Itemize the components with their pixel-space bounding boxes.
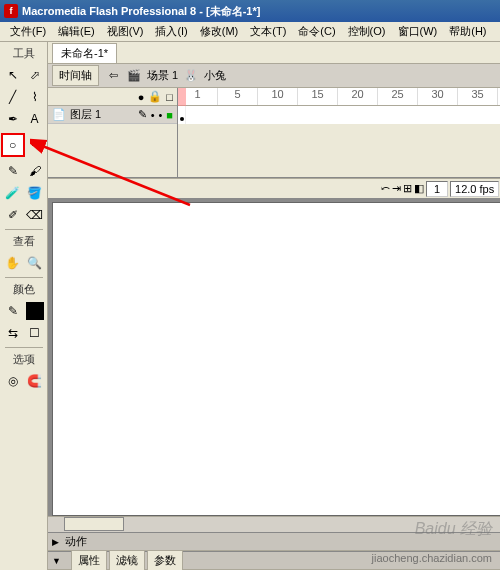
ink-tool-icon[interactable]: 🧪	[3, 183, 23, 203]
stroke-color-icon[interactable]: ✎	[3, 301, 23, 321]
lock-column-icon[interactable]: 🔒	[148, 90, 162, 103]
ruler-tick: 10	[258, 88, 298, 105]
back-arrow-icon[interactable]: ⇦	[105, 68, 121, 84]
timeline-status-bar: ⤺ ⇥ ⊞ ◧ 1 12.0 fps 0.0s	[48, 178, 500, 198]
scene-label[interactable]: 场景 1	[147, 68, 178, 83]
line-tool-icon[interactable]: ╱	[3, 87, 23, 107]
menu-control[interactable]: 控制(O)	[342, 22, 392, 41]
status-btn-icon[interactable]: ⤺	[381, 182, 390, 195]
ruler-tick: 35	[458, 88, 498, 105]
keyframe[interactable]	[178, 106, 186, 124]
properties-panel: ▼ 属性 滤镜 参数	[48, 551, 500, 570]
fps-display: 12.0 fps	[450, 181, 499, 197]
brush-tool-icon[interactable]: 🖌	[25, 161, 45, 181]
flash-app-icon: f	[4, 4, 18, 18]
pencil-tool-icon[interactable]: ✎	[3, 161, 23, 181]
ruler-tick: 15	[298, 88, 338, 105]
layer-icon: 📄	[52, 108, 66, 121]
rect-tool-icon[interactable]: ▭	[27, 133, 47, 153]
current-frame: 1	[426, 181, 448, 197]
filters-tab[interactable]: 滤镜	[109, 550, 145, 570]
menu-modify[interactable]: 修改(M)	[194, 22, 245, 41]
tools-panel: 工具 ↖ ⬀ ╱ ⌇ ✒ A ○ ▭ ✎ 🖌 🧪 🪣 ✐ ⌫ 查看 ✋ 🔍 颜色	[0, 42, 48, 570]
timeline-panel: ● 🔒 □ 📄 图层 1 ✎ • • ■ 1 5	[48, 88, 500, 178]
menu-insert[interactable]: 插入(I)	[149, 22, 193, 41]
scrollbar-thumb[interactable]	[64, 517, 124, 531]
symbol-label[interactable]: 小兔	[204, 68, 226, 83]
layer-name[interactable]: 图层 1	[70, 107, 101, 122]
timeline-toggle-button[interactable]: 时间轴	[52, 65, 99, 86]
menu-help[interactable]: 帮助(H)	[443, 22, 492, 41]
fill-color-icon[interactable]: ■	[25, 301, 45, 321]
expand-triangle-icon[interactable]: ▼	[52, 556, 61, 566]
paint-tool-icon[interactable]: 🪣	[25, 183, 45, 203]
snap-option-icon[interactable]: ◎	[3, 371, 23, 391]
frame-area[interactable]: 1 5 10 15 20 25 30 35 40	[178, 88, 500, 177]
color-label: 颜色	[13, 280, 35, 299]
layer-row[interactable]: 📄 图层 1 ✎ • • ■	[48, 106, 177, 124]
view-label: 查看	[13, 232, 35, 251]
options-label: 选项	[13, 350, 35, 369]
menu-bar: 文件(F) 编辑(E) 视图(V) 插入(I) 修改(M) 文本(T) 命令(C…	[0, 22, 500, 42]
menu-window[interactable]: 窗口(W)	[392, 22, 444, 41]
eyedrop-tool-icon[interactable]: ✐	[3, 205, 23, 225]
ruler-tick: 30	[418, 88, 458, 105]
subselect-tool-icon[interactable]: ⬀	[25, 65, 45, 85]
scene-icon: 🎬	[127, 69, 141, 82]
collapse-triangle-icon[interactable]: ▶	[52, 537, 59, 547]
no-color-icon[interactable]: ☐	[25, 323, 45, 343]
menu-file[interactable]: 文件(F)	[4, 22, 52, 41]
menu-edit[interactable]: 编辑(E)	[52, 22, 101, 41]
params-tab[interactable]: 参数	[147, 550, 183, 570]
tools-label: 工具	[13, 44, 35, 63]
magnet-option-icon[interactable]: 🧲	[25, 371, 45, 391]
outline-column-icon[interactable]: □	[166, 91, 173, 103]
layer-panel: ● 🔒 □ 📄 图层 1 ✎ • • ■	[48, 88, 178, 177]
menu-view[interactable]: 视图(V)	[101, 22, 150, 41]
frame-ruler: 1 5 10 15 20 25 30 35 40	[178, 88, 500, 106]
layer-color-swatch[interactable]: ■	[166, 109, 173, 121]
status-btn-icon[interactable]: ◧	[414, 182, 424, 195]
stage-area: +	[48, 198, 500, 516]
eye-column-icon[interactable]: ●	[138, 91, 145, 103]
window-title: Macromedia Flash Professional 8 - [未命名-1…	[22, 4, 260, 19]
swap-color-icon[interactable]: ⇆	[3, 323, 23, 343]
menu-commands[interactable]: 命令(C)	[292, 22, 341, 41]
menu-text[interactable]: 文本(T)	[244, 22, 292, 41]
status-btn-icon[interactable]: ⇥	[392, 182, 401, 195]
stage-canvas[interactable]: +	[52, 202, 500, 516]
pen-tool-icon[interactable]: ✒	[3, 109, 23, 129]
document-tab-bar: 未命名-1*	[48, 42, 500, 64]
frame-row[interactable]	[178, 106, 500, 124]
status-btn-icon[interactable]: ⊞	[403, 182, 412, 195]
oval-tool-icon[interactable]: ○	[1, 133, 25, 157]
text-tool-icon[interactable]: A	[25, 109, 45, 129]
scene-bar: 时间轴 ⇦ 🎬 场景 1 🐰 小兔	[48, 64, 500, 88]
document-tab[interactable]: 未命名-1*	[52, 43, 117, 63]
lasso-tool-icon[interactable]: ⌇	[25, 87, 45, 107]
horizontal-scrollbar[interactable]	[48, 516, 500, 532]
playhead[interactable]	[178, 88, 186, 106]
properties-tab[interactable]: 属性	[71, 550, 107, 570]
actions-panel-label[interactable]: 动作	[65, 534, 87, 549]
symbol-icon: 🐰	[184, 69, 198, 82]
layer-lock-dot[interactable]: •	[158, 109, 162, 121]
layer-pencil-icon: ✎	[138, 108, 147, 121]
title-bar: f Macromedia Flash Professional 8 - [未命名…	[0, 0, 500, 22]
zoom-tool-icon[interactable]: 🔍	[25, 253, 45, 273]
ruler-tick: 20	[338, 88, 378, 105]
actions-panel: ▶ 动作	[48, 532, 500, 551]
arrow-tool-icon[interactable]: ↖	[3, 65, 23, 85]
hand-tool-icon[interactable]: ✋	[3, 253, 23, 273]
ruler-tick: 5	[218, 88, 258, 105]
eraser-tool-icon[interactable]: ⌫	[25, 205, 45, 225]
layer-eye-dot[interactable]: •	[151, 109, 155, 121]
ruler-tick: 25	[378, 88, 418, 105]
